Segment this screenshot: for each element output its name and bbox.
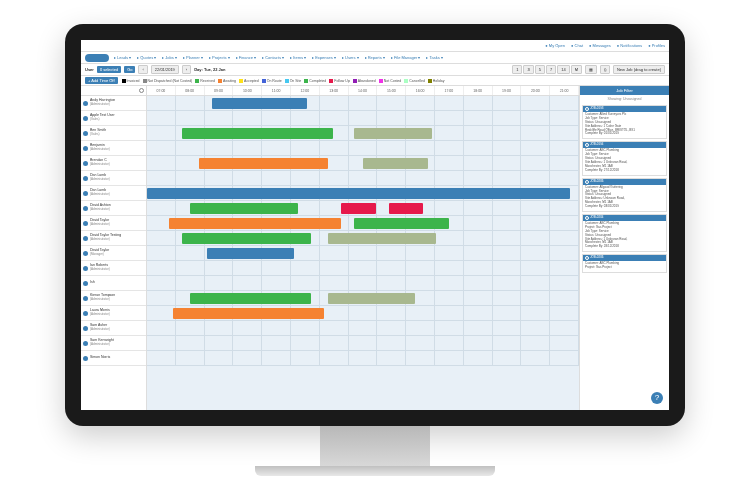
nav-item[interactable]: ▸ Projects ▾ [207,54,232,61]
user-row[interactable]: David Ashton(Administrator) [81,201,146,216]
user-row[interactable]: Kieran Tompson(Administrator) [81,291,146,306]
user-row[interactable]: Laura Morris(Administrator) [81,306,146,321]
schedule-row[interactable] [147,336,579,351]
job-card[interactable]: JOB-0206×Customer: Allgood GutteringJob … [582,178,667,212]
nav-item[interactable]: ▸ Expenses ▾ [310,54,338,61]
user-row[interactable]: Ish [81,276,146,291]
schedule-row[interactable] [147,111,579,126]
nav-item[interactable]: ▸ Leads ▾ [112,54,133,61]
user-select-button[interactable]: 0 selected [97,66,121,73]
search-icon[interactable] [139,88,144,93]
view-range-button[interactable]: 7 [546,65,556,74]
nav-item[interactable]: ▸ Items ▾ [288,54,308,61]
schedule-row[interactable] [147,156,579,171]
calendar-icon[interactable]: ▦ [585,65,597,74]
schedule-row[interactable] [147,186,579,201]
user-row[interactable]: Simon Norris [81,351,146,366]
topbar-item[interactable]: ● Profiles [648,43,665,48]
topbar-item[interactable]: ● Chat [571,43,583,48]
nav-item[interactable]: ▸ Reports ▾ [363,54,387,61]
user-row[interactable]: Sam Kenwright(Administrator) [81,336,146,351]
view-range-button[interactable]: 3 [523,65,533,74]
date-input[interactable]: 22/01/2019 [151,65,179,74]
schedule-bar[interactable] [363,158,428,169]
user-row[interactable]: Apple Test User(Sales) [81,111,146,126]
close-icon[interactable]: × [662,143,664,148]
schedule-bar[interactable] [354,218,449,229]
nav-item[interactable]: ▸ Finance ▾ [234,54,258,61]
schedule-row[interactable] [147,276,579,291]
schedule-bar[interactable] [212,98,307,109]
user-row[interactable]: Dan Lamb(Administrator) [81,186,146,201]
user-row[interactable]: Sam Asher(Administrator) [81,321,146,336]
user-row[interactable]: Brendan C(Administrator) [81,156,146,171]
nav-item[interactable]: ▸ Quotes ▾ [135,54,158,61]
new-job-button[interactable]: New Job (drag to create) [613,65,665,74]
close-icon[interactable]: × [662,180,664,185]
schedule-bar[interactable] [182,233,312,244]
job-filter-header[interactable]: Job Filter [580,86,669,95]
job-card[interactable]: JOB-0206×Customer: ABC PlumbingProject: … [582,254,667,273]
user-row[interactable]: Ben Smith(Sales) [81,126,146,141]
schedule-row[interactable] [147,306,579,321]
print-icon[interactable]: ⎙ [600,65,610,74]
schedule-row[interactable] [147,141,579,156]
user-row[interactable]: David Taylor Testing(Administrator) [81,231,146,246]
schedule-bar[interactable] [341,203,376,214]
schedule-row[interactable] [147,246,579,261]
nav-item[interactable]: ▸ Users ▾ [340,54,361,61]
schedule-bar[interactable] [354,128,432,139]
topbar-item[interactable]: ● My Open [545,43,565,48]
schedule-bar[interactable] [328,233,436,244]
schedule-bar[interactable] [182,128,333,139]
date-prev-button[interactable]: ‹ [138,65,147,74]
close-icon[interactable]: × [662,216,664,221]
schedule-bar[interactable] [190,293,311,304]
view-range-button[interactable]: 1 [512,65,522,74]
schedule-bar[interactable] [173,308,324,319]
user-row[interactable]: Ian Roberts(Administrator) [81,261,146,276]
view-range-button[interactable]: M [571,65,582,74]
nav-item[interactable]: ▸ Tasks ▾ [424,54,444,61]
topbar-item[interactable]: ● Messages [589,43,611,48]
schedule-bar[interactable] [147,188,570,199]
app-logo[interactable] [85,54,109,62]
user-row[interactable]: Dan Lamb(Administrator) [81,171,146,186]
job-card[interactable]: JOB-0204×Customer: ABC PlumbingProject: … [582,214,667,252]
nav-item[interactable]: ▸ Planner ▾ [181,54,205,61]
close-icon[interactable]: × [662,256,664,261]
schedule-row[interactable] [147,351,579,366]
schedule-bar[interactable] [169,218,342,229]
close-icon[interactable]: × [662,107,664,112]
schedule-row[interactable] [147,291,579,306]
schedule-row[interactable] [147,216,579,231]
schedule-row[interactable] [147,171,579,186]
add-time-off-button[interactable]: + Add Time Off [85,77,118,84]
view-range-button[interactable]: 14 [557,65,569,74]
user-row[interactable]: Andy Harrington(Administrator) [81,96,146,111]
job-card[interactable]: JOB-0193×Customer: Allied Surveyors PlcJ… [582,105,667,139]
schedule-bar[interactable] [199,158,329,169]
user-row[interactable]: David Taylor(Manager) [81,246,146,261]
nav-item[interactable]: ▸ Contacts ▾ [260,54,286,61]
user-row[interactable]: David Taylor(Administrator) [81,216,146,231]
schedule-bar[interactable] [389,203,424,214]
nav-item[interactable]: ▸ File Manager ▾ [389,54,423,61]
schedule-grid[interactable]: 07:0008:0009:0010:0011:0012:0013:0014:00… [147,86,579,410]
schedule-row[interactable] [147,96,579,111]
date-next-button[interactable]: › [182,65,191,74]
schedule-bar[interactable] [190,203,298,214]
user-row[interactable]: Benjamin(Administrator) [81,141,146,156]
schedule-bar[interactable] [207,248,293,259]
schedule-row[interactable] [147,201,579,216]
schedule-row[interactable] [147,321,579,336]
schedule-row[interactable] [147,261,579,276]
help-button[interactable]: ? [651,392,663,404]
schedule-row[interactable] [147,126,579,141]
topbar-item[interactable]: ● Notifications [617,43,642,48]
schedule-bar[interactable] [328,293,414,304]
schedule-row[interactable] [147,231,579,246]
view-range-button[interactable]: 5 [535,65,545,74]
nav-item[interactable]: ▸ Jobs ▾ [160,54,179,61]
go-button[interactable]: Go [124,66,135,73]
